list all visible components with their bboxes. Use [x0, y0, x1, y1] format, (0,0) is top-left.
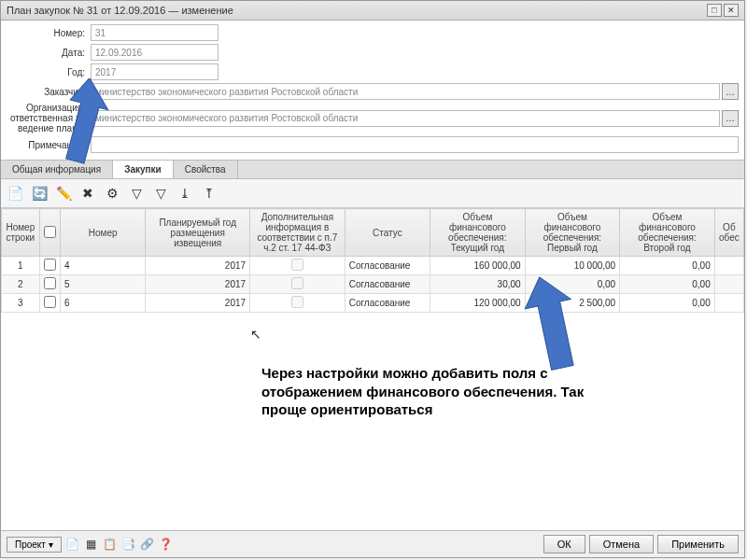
date-label: Дата:: [7, 48, 91, 58]
apply-button[interactable]: Применить: [657, 535, 739, 553]
cell-extra: [250, 294, 345, 313]
filter-icon[interactable]: ▽: [126, 183, 147, 203]
edit-icon[interactable]: ✏️: [53, 183, 74, 203]
cell-fin-first: 10 000,00: [525, 257, 620, 275]
table-row[interactable]: 362017Согласование120 000,002 500,000,00: [2, 294, 744, 313]
cell-year: 2017: [146, 294, 250, 313]
note-label: Примечание:: [7, 140, 91, 150]
cell-fin-second: 0,00: [620, 257, 715, 275]
date-field[interactable]: [91, 44, 218, 61]
bottom-bar: Проект ▾ 📄 ▦ 📋 📑 🔗 ❓ ОК Отмена Применить: [1, 530, 744, 557]
titlebar: План закупок № 31 от 12.09.2016 — измене…: [1, 1, 744, 21]
cell-checkbox[interactable]: [39, 275, 60, 294]
cancel-button[interactable]: Отмена: [589, 535, 654, 553]
cell-extra: [250, 257, 345, 275]
cell-fin-cur: 30,00: [430, 275, 526, 294]
cell-fin-second: 0,00: [620, 294, 715, 313]
add-icon[interactable]: 📄: [5, 183, 25, 203]
refresh-icon[interactable]: 🔄: [29, 183, 49, 203]
cell-status: Согласование: [345, 294, 430, 313]
cell-extra: [250, 275, 345, 294]
org-label: Организация, ответственная за ведение пл…: [7, 103, 91, 133]
cell-fin-more: [714, 294, 743, 313]
cell-fin-first: 2 500,00: [525, 294, 620, 313]
help-icon[interactable]: ❓: [159, 537, 174, 552]
cursor-icon: ↖: [250, 327, 261, 342]
customer-label: Заказчик:: [7, 87, 91, 97]
col-fin-second[interactable]: Объем финансового обеспечения: Второй го…: [620, 209, 715, 257]
delete-icon[interactable]: ✖: [78, 183, 98, 203]
col-extra-info[interactable]: Дополнительная информация в соответствии…: [250, 209, 345, 257]
cell-number: 4: [60, 257, 145, 275]
maximize-icon[interactable]: □: [707, 4, 722, 17]
form-area: Номер: Дата: Год: Заказчик: … Организаци…: [1, 21, 744, 160]
year-label: Год:: [7, 67, 91, 77]
cell-fin-second: 0,00: [620, 275, 715, 294]
note-field[interactable]: [91, 136, 739, 153]
import-icon[interactable]: ⤒: [199, 183, 219, 203]
cell-number: 6: [60, 294, 145, 313]
col-fin-more[interactable]: Об обес: [714, 209, 743, 257]
grid-icon[interactable]: ▦: [84, 537, 99, 552]
col-status[interactable]: Статус: [345, 209, 430, 257]
col-number[interactable]: Номер: [60, 209, 145, 257]
number-label: Номер:: [7, 28, 91, 38]
number-field[interactable]: [91, 24, 218, 41]
col-fin-current[interactable]: Объем финансового обеспечения: Текущий г…: [430, 209, 526, 257]
year-field[interactable]: [91, 63, 218, 80]
customer-lookup-button[interactable]: …: [722, 83, 739, 100]
tab-general[interactable]: Общая информация: [1, 161, 113, 178]
annotation-text: Через настройки можно добавить поля с от…: [261, 364, 616, 419]
table-row[interactable]: 142017Согласование160 000,0010 000,000,0…: [2, 257, 744, 275]
tab-properties[interactable]: Свойства: [174, 161, 238, 178]
copy-icon[interactable]: 📑: [121, 537, 136, 552]
cell-fin-cur: 160 000,00: [430, 257, 526, 275]
org-field[interactable]: [91, 110, 720, 127]
cell-fin-more: [714, 275, 743, 294]
col-plan-year[interactable]: Планируемый год размещения извещения: [146, 209, 250, 257]
tab-purchases[interactable]: Закупки: [113, 161, 174, 178]
tabs: Общая информация Закупки Свойства: [1, 160, 744, 179]
filter-clear-icon[interactable]: ▽: [150, 183, 171, 203]
doc-icon[interactable]: 📄: [65, 537, 80, 552]
cell-rownum: 1: [2, 257, 40, 275]
cell-year: 2017: [146, 275, 250, 294]
cell-rownum: 2: [2, 275, 40, 294]
settings-icon[interactable]: ⚙: [102, 183, 122, 203]
cell-status: Согласование: [345, 257, 430, 275]
cell-fin-first: 0,00: [525, 275, 620, 294]
export-icon[interactable]: ⤓: [175, 183, 195, 203]
cell-fin-more: [714, 257, 743, 275]
close-icon[interactable]: ✕: [724, 4, 739, 17]
org-lookup-button[interactable]: …: [722, 110, 739, 127]
cell-checkbox[interactable]: [39, 294, 60, 313]
project-dropdown[interactable]: Проект ▾: [7, 537, 62, 553]
cell-year: 2017: [146, 257, 250, 275]
cell-rownum: 3: [2, 294, 40, 313]
window-title: План закупок № 31 от 12.09.2016 — измене…: [7, 5, 233, 16]
col-rownum[interactable]: Номер строки: [2, 209, 40, 257]
cell-fin-cur: 120 000,00: [430, 294, 526, 313]
grid-toolbar: 📄 🔄 ✏️ ✖ ⚙ ▽ ▽ ⤓ ⤒: [1, 179, 744, 208]
customer-field[interactable]: [91, 83, 720, 100]
table-row[interactable]: 252017Согласование30,000,000,00: [2, 275, 744, 294]
cell-number: 5: [60, 275, 145, 294]
cell-status: Согласование: [345, 275, 430, 294]
link-icon[interactable]: 🔗: [140, 537, 155, 552]
list-icon[interactable]: 📋: [103, 537, 118, 552]
select-all-checkbox[interactable]: [44, 226, 56, 238]
ok-button[interactable]: ОК: [543, 535, 585, 553]
col-checkbox[interactable]: [39, 209, 60, 257]
col-fin-first[interactable]: Объем финансового обеспечения: Первый го…: [525, 209, 620, 257]
cell-checkbox[interactable]: [39, 257, 60, 275]
